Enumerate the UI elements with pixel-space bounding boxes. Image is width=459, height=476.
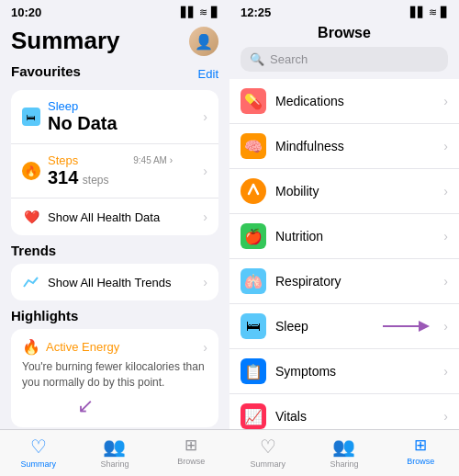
summary-right-tab-icon: ♡ xyxy=(260,436,276,458)
browse-tab-icon: ⊞ xyxy=(185,436,197,455)
battery-icon: ▊ xyxy=(211,6,218,18)
sleep-label: Sleep xyxy=(48,99,118,113)
right-wifi-icon: ≋ xyxy=(429,6,437,18)
list-item-mobility[interactable]: Mobility › xyxy=(230,169,459,214)
steps-count: 314 xyxy=(48,167,78,187)
left-panel: 10:20 ▋▋ ≋ ▊ Summary 👤 Favourites Edit 🛏… xyxy=(0,0,230,476)
sleep-browse-label: Sleep xyxy=(275,319,308,334)
respiratory-label: Respiratory xyxy=(275,274,341,289)
mobility-icon xyxy=(241,178,266,204)
steps-chevron: › xyxy=(203,164,207,178)
respiratory-chevron: › xyxy=(443,274,448,289)
left-tab-bar: ♡ Summary 👥 Sharing ⊞ Browse xyxy=(0,429,230,476)
sleep-browse-chevron: › xyxy=(443,319,448,334)
vitals-icon: 📈 xyxy=(241,403,266,429)
browse-tab-label: Browse xyxy=(177,457,205,466)
browse-title: Browse xyxy=(230,23,459,47)
sleep-browse-icon: 🛏 xyxy=(241,313,266,339)
right-status-icons: ▋▋ ≋ ▊ xyxy=(410,6,448,18)
tab-summary-left[interactable]: ♡ Summary xyxy=(0,436,76,469)
symptoms-left: 📋 Symptoms xyxy=(241,358,336,384)
mindfulness-left: 🧠 Mindfulness xyxy=(241,133,344,159)
mindfulness-label: Mindfulness xyxy=(275,139,344,153)
sleep-row[interactable]: 🛏 Sleep No Data › xyxy=(11,90,218,144)
heart-icon: ❤️ xyxy=(22,208,40,226)
list-item-symptoms[interactable]: 📋 Symptoms › xyxy=(230,349,459,394)
sharing-tab-label: Sharing xyxy=(100,459,129,469)
show-all-trends-label: Show All Health Trends xyxy=(48,276,171,289)
edit-button[interactable]: Edit xyxy=(198,67,218,81)
medications-left: 💊 Medications xyxy=(241,88,344,114)
sharing-right-tab-label: Sharing xyxy=(330,459,358,469)
trends-card: Show All Health Trends › xyxy=(11,264,218,300)
tab-browse-right[interactable]: ⊞ Browse xyxy=(383,436,459,469)
avatar[interactable]: 👤 xyxy=(189,27,218,56)
mobility-label: Mobility xyxy=(275,184,319,198)
symptoms-icon: 📋 xyxy=(241,358,266,384)
show-all-label: Show All Health Data xyxy=(48,210,160,224)
right-battery-icon: ▊ xyxy=(441,6,448,18)
respiratory-icon: 🫁 xyxy=(241,268,266,294)
list-item-medications[interactable]: 💊 Medications › xyxy=(230,79,459,124)
browse-right-tab-icon: ⊞ xyxy=(414,436,427,455)
down-arrow-annotation: ↙ xyxy=(77,394,94,418)
show-all-trends-row[interactable]: Show All Health Trends › xyxy=(11,264,218,300)
sleep-arrow-annotation xyxy=(378,317,433,335)
steps-row-left: 🔥 Steps 9:45 AM › 314 steps xyxy=(22,153,173,188)
tab-sharing-right[interactable]: 👥 Sharing xyxy=(306,436,382,469)
nutrition-label: Nutrition xyxy=(275,229,323,244)
tab-sharing-left[interactable]: 👥 Sharing xyxy=(76,436,152,469)
mobility-chevron: › xyxy=(443,184,448,198)
mindfulness-chevron: › xyxy=(443,139,448,153)
fire-icon: 🔥 xyxy=(22,338,40,356)
steps-unit: steps xyxy=(83,174,109,187)
respiratory-left: 🫁 Respiratory xyxy=(241,268,341,294)
list-item-mindfulness[interactable]: 🧠 Mindfulness › xyxy=(230,124,459,169)
highlights-card[interactable]: 🔥 Active Energy › You're burning fewer k… xyxy=(11,329,218,427)
medications-chevron: › xyxy=(443,94,448,108)
favourites-header: Favourites Edit xyxy=(11,63,218,85)
right-panel: 12:25 ▋▋ ≋ ▊ Browse 🔍 Search 💊 Medicatio… xyxy=(230,0,459,476)
search-bar[interactable]: 🔍 Search xyxy=(241,47,448,72)
mobility-left: Mobility xyxy=(241,178,319,204)
right-status-bar: 12:25 ▋▋ ≋ ▊ xyxy=(230,0,459,23)
search-icon: 🔍 xyxy=(250,52,264,66)
sleep-row-left: 🛏 Sleep No Data xyxy=(22,99,118,134)
signal-icon: ▋▋ xyxy=(181,6,196,18)
list-item-nutrition[interactable]: 🍎 Nutrition › xyxy=(230,214,459,259)
symptoms-chevron: › xyxy=(443,364,448,379)
right-tab-bar: ♡ Summary 👥 Sharing ⊞ Browse xyxy=(230,429,459,476)
favourites-card: 🛏 Sleep No Data › 🔥 Steps 9:45 AM › xyxy=(11,90,218,235)
highlights-description: You're burning fewer kilocalories than y… xyxy=(22,359,207,391)
sharing-right-tab-icon: 👥 xyxy=(332,436,355,458)
list-item-respiratory[interactable]: 🫁 Respiratory › xyxy=(230,259,459,304)
sleep-icon: 🛏 xyxy=(22,108,40,126)
show-all-chevron: › xyxy=(203,210,207,224)
active-energy-label: Active Energy xyxy=(46,340,119,354)
steps-row[interactable]: 🔥 Steps 9:45 AM › 314 steps › xyxy=(11,144,218,198)
browse-list: 💊 Medications › 🧠 Mindfulness › xyxy=(230,79,459,429)
show-all-health-row[interactable]: ❤️ Show All Health Data › xyxy=(11,198,218,235)
summary-tab-label: Summary xyxy=(20,459,56,469)
left-time: 10:20 xyxy=(11,6,41,19)
list-item-vitals[interactable]: 📈 Vitals › xyxy=(230,394,459,429)
search-placeholder: Search xyxy=(270,52,308,66)
vitals-chevron: › xyxy=(443,409,448,424)
tab-browse-left[interactable]: ⊞ Browse xyxy=(153,436,230,469)
left-content: Summary 👤 Favourites Edit 🛏 Sleep No Dat… xyxy=(0,23,230,429)
sleep-value: No Data xyxy=(48,113,118,134)
medications-icon: 💊 xyxy=(241,88,266,114)
right-signal-icon: ▋▋ xyxy=(410,6,425,18)
list-item-sleep[interactable]: 🛏 Sleep › xyxy=(230,304,459,349)
favourites-label: Favourites xyxy=(11,63,81,79)
tab-summary-right[interactable]: ♡ Summary xyxy=(230,436,306,469)
steps-time: 9:45 AM › xyxy=(133,155,173,165)
steps-content: Steps 9:45 AM › 314 steps xyxy=(48,153,173,188)
nutrition-icon: 🍎 xyxy=(241,223,266,249)
steps-label: Steps xyxy=(48,153,78,167)
wifi-icon: ≋ xyxy=(199,6,207,18)
summary-tab-icon: ♡ xyxy=(30,436,47,458)
vitals-left: 📈 Vitals xyxy=(241,403,307,429)
nutrition-chevron: › xyxy=(443,229,448,244)
trends-row-left: Show All Health Trends xyxy=(22,273,171,291)
